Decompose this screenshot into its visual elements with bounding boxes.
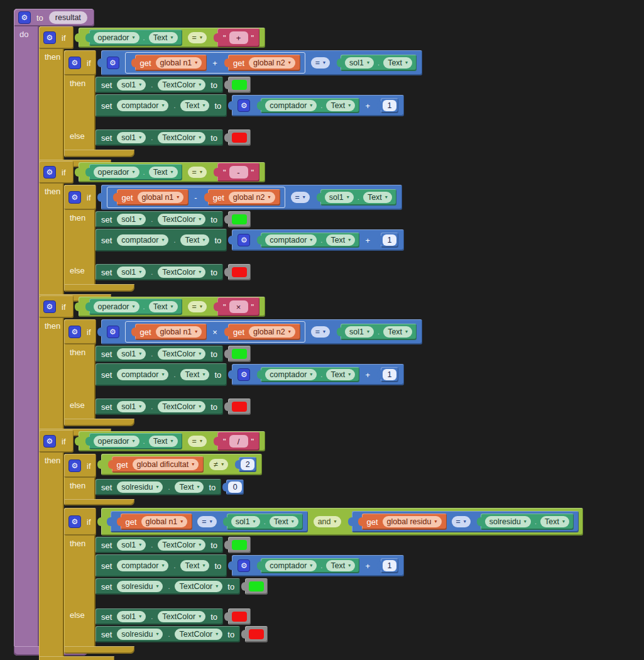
color-block[interactable] <box>228 346 251 362</box>
set-statement[interactable]: set sol1▾ . TextColor▾ to <box>96 346 251 362</box>
property-dropdown[interactable]: TextColor▾ <box>158 348 205 360</box>
logic-not-equal-block[interactable]: get global dificultat▾ ≠▾ 2 <box>101 454 263 475</box>
comparator-dropdown[interactable]: =▾ <box>291 192 310 203</box>
component-dropdown[interactable]: comptador▾ <box>265 100 317 111</box>
mutator-gear-icon[interactable]: ⚙ <box>43 300 56 313</box>
inner-if-dificultat[interactable]: ⚙ if get global dificultat▾ ≠▾ 2 <box>64 454 262 505</box>
if-block-header[interactable]: ⚙ if <box>39 26 74 49</box>
comparator-dropdown[interactable]: =▾ <box>188 32 207 43</box>
logic-equals-block[interactable]: operador▾ . Text▾ =▾ " - " <box>79 162 266 182</box>
set-property-block[interactable]: set sol1▾ . TextColor▾ to <box>96 211 223 228</box>
set-statement[interactable]: set sol1▾ . TextColor▾ to <box>96 129 251 146</box>
set-property-block[interactable]: set solresidu▾ . TextColor▾ to <box>96 626 240 642</box>
color-block[interactable] <box>228 77 251 93</box>
color-block[interactable] <box>228 211 251 228</box>
math-equals-block[interactable]: ⚙ get global n1▾ + get global n2▾ <box>101 50 423 75</box>
set-statement[interactable]: set sol1▾ . TextColor▾ to <box>96 77 251 93</box>
number-field[interactable]: 2 <box>241 459 254 470</box>
color-block[interactable] <box>228 129 251 146</box>
mutator-gear-icon[interactable]: ⚙ <box>237 234 250 246</box>
number-field[interactable]: 1 <box>383 560 396 571</box>
set-statement[interactable]: set sol1▾ . TextColor▾ to <box>96 537 251 553</box>
component-dropdown[interactable]: comptador▾ <box>117 234 168 246</box>
set-property-block[interactable]: set solresidu▾ . TextColor▾ to <box>96 578 240 595</box>
property-dropdown[interactable]: TextColor▾ <box>158 611 205 622</box>
number-block[interactable]: 1 <box>381 98 398 113</box>
variable-getter-block[interactable]: get global residu▾ <box>362 514 447 530</box>
component-dropdown[interactable]: sol1▾ <box>117 401 146 412</box>
variable-getter-block[interactable]: get global dificultat▾ <box>112 456 204 473</box>
logic-equals-block[interactable]: operador▾ . Text▾ =▾ " + " <box>79 28 266 48</box>
if-block-operator-plus[interactable]: ⚙ if operador▾ . Text▾ =▾ " + " then <box>39 26 422 167</box>
comparator-dropdown[interactable]: ≠▾ <box>209 459 228 470</box>
number-block[interactable]: 0 <box>226 480 244 495</box>
variable-dropdown[interactable]: global n2▾ <box>249 326 295 338</box>
property-dropdown[interactable]: Text▾ <box>326 560 355 571</box>
component-dropdown[interactable]: sol1▾ <box>231 516 260 527</box>
variable-getter-block[interactable]: get global n1▾ <box>117 189 189 206</box>
component-dropdown[interactable]: solresidu▾ <box>117 629 163 640</box>
property-dropdown[interactable]: Text▾ <box>180 560 209 571</box>
set-property-block[interactable]: set sol1▾ . TextColor▾ to <box>96 346 223 362</box>
number-field[interactable]: 1 <box>383 234 396 246</box>
comparator-dropdown[interactable]: =▾ <box>311 326 330 338</box>
component-dropdown[interactable]: sol1▾ <box>117 214 146 225</box>
if-block-operator-divide[interactable]: ⚙ if operador▾ . Text▾ =▾ " / " then <box>39 430 583 660</box>
math-add-block[interactable]: ⚙ comptador▾ . Text▾ + 1 <box>232 229 404 251</box>
color-block[interactable] <box>245 578 268 595</box>
component-property-getter[interactable]: sol1▾ . Text▾ <box>227 514 303 530</box>
set-property-block[interactable]: set comptador▾ . Text▾ to <box>96 554 227 577</box>
inner-if-block[interactable]: ⚙ if ⚙ get global n1▾ + <box>64 50 422 157</box>
comparator-dropdown[interactable]: =▾ <box>188 436 207 447</box>
mutator-gear-icon[interactable]: ⚙ <box>237 559 250 572</box>
if-block-header[interactable]: ⚙ if <box>39 295 74 318</box>
component-property-getter[interactable]: sol1▾ . Text▾ <box>341 55 417 71</box>
component-dropdown[interactable]: operador▾ <box>94 32 139 43</box>
comparator-dropdown[interactable]: =▾ <box>311 57 330 69</box>
property-dropdown[interactable]: Text▾ <box>540 516 569 527</box>
component-dropdown[interactable]: sol1▾ <box>345 326 374 338</box>
set-property-block[interactable]: set sol1▾ . TextColor▾ to <box>96 264 223 280</box>
set-statement[interactable]: set solresidu▾ . TextColor▾ to <box>96 578 268 595</box>
property-dropdown[interactable]: TextColor▾ <box>158 79 205 91</box>
variable-getter-block[interactable]: get global n2▾ <box>228 55 300 71</box>
number-field[interactable]: 0 <box>228 481 242 493</box>
property-dropdown[interactable]: Text▾ <box>180 234 209 246</box>
set-statement[interactable]: set sol1▾ . TextColor▾ to <box>96 608 251 625</box>
component-property-getter[interactable]: solresidu▾ . Text▾ <box>481 514 574 530</box>
component-dropdown[interactable]: operador▾ <box>94 436 139 447</box>
procedure-name-field[interactable]: resultat <box>49 11 87 24</box>
property-dropdown[interactable]: Text▾ <box>180 369 209 380</box>
component-property-getter[interactable]: operador▾ . Text▾ <box>89 433 182 449</box>
math-equals-block[interactable]: get global n1▾ - get global n2▾ =▾ <box>101 185 402 210</box>
set-statement[interactable]: set solresidu▾ . Text▾ to 0 <box>96 479 244 495</box>
text-string-field[interactable]: × <box>229 300 248 313</box>
variable-getter-block[interactable]: get global n2▾ <box>228 324 300 340</box>
comparator-dropdown[interactable]: =▾ <box>197 516 216 527</box>
if-block-header[interactable]: ⚙ if <box>64 508 96 536</box>
set-statement[interactable]: set comptador▾ . Text▾ to ⚙ comptador <box>96 94 404 117</box>
component-dropdown[interactable]: sol1▾ <box>117 539 146 551</box>
component-dropdown[interactable]: solresidu▾ <box>117 581 163 592</box>
if-block-header[interactable]: ⚙ if <box>64 319 96 344</box>
color-block[interactable] <box>228 399 251 415</box>
set-property-block[interactable]: set sol1▾ . TextColor▾ to <box>96 77 223 93</box>
variable-dropdown[interactable]: global n1▾ <box>156 326 202 338</box>
if-block-header[interactable]: ⚙ if <box>39 430 74 453</box>
if-block-header[interactable]: ⚙ if <box>64 454 96 478</box>
mutator-gear-icon[interactable]: ⚙ <box>68 191 81 204</box>
set-statement[interactable]: set comptador▾ . Text▾ to ⚙ comptador <box>96 554 404 577</box>
logic-equals-block[interactable]: operador▾ . Text▾ =▾ " / " <box>79 431 266 451</box>
component-dropdown[interactable]: comptador▾ <box>265 369 317 380</box>
mutator-gear-icon[interactable]: ⚙ <box>68 57 81 69</box>
variable-dropdown[interactable]: global n1▾ <box>141 516 188 527</box>
set-statement[interactable]: set sol1▾ . TextColor▾ to <box>96 399 251 415</box>
blocks-workspace[interactable]: ⚙ to resultat do ⚙ if operador▾ . Text▾ … <box>0 0 644 660</box>
variable-getter-block[interactable]: get global n1▾ <box>135 324 207 340</box>
if-block-operator-multiply[interactable]: ⚙ if operador▾ . Text▾ =▾ " × " then <box>39 295 422 436</box>
property-dropdown[interactable]: TextColor▾ <box>158 214 205 225</box>
component-property-getter[interactable]: comptador▾ . Text▾ <box>261 233 359 248</box>
math-add-block[interactable]: get global n1▾ + get global n2▾ <box>125 52 305 74</box>
component-dropdown[interactable]: comptador▾ <box>265 560 317 571</box>
mutator-gear-icon[interactable]: ⚙ <box>107 326 119 338</box>
